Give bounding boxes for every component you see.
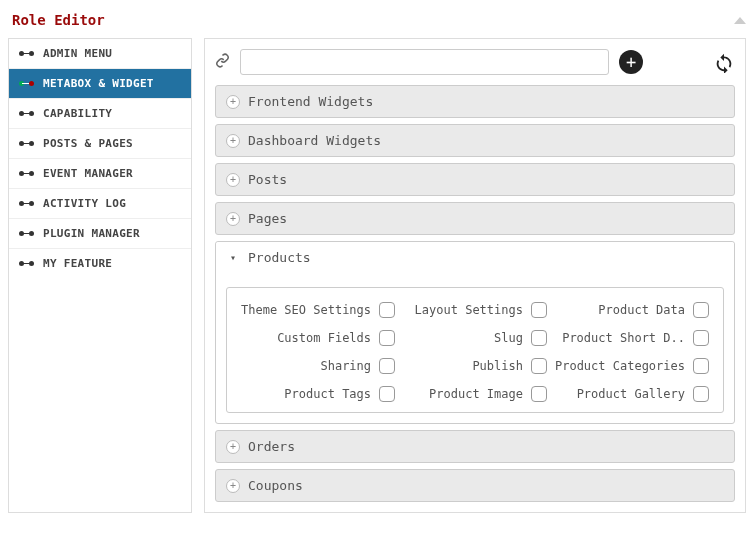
checkbox-theme-seo-settings[interactable] <box>379 302 395 318</box>
link-icon <box>215 53 230 72</box>
caret-down-icon: ▾ <box>226 252 240 263</box>
sidebar-item-label: ACTIVITY LOG <box>43 197 126 210</box>
plus-circle-icon: + <box>226 212 240 226</box>
accordion-label: Products <box>248 250 311 265</box>
checkbox-publish[interactable] <box>531 358 547 374</box>
checkbox-label: Layout Settings <box>403 303 523 317</box>
plus-circle-icon: + <box>226 173 240 187</box>
nav-icon <box>19 48 35 60</box>
accordion-products: ▾ Products Theme SEO Settings Layout Set… <box>215 241 735 424</box>
plus-circle-icon: + <box>226 134 240 148</box>
nav-icon <box>19 258 35 270</box>
sidebar-item-admin-menu[interactable]: ADMIN MENU <box>9 39 191 69</box>
accordion-pages[interactable]: +Pages <box>215 202 735 235</box>
checkbox-product-data[interactable] <box>693 302 709 318</box>
checkbox-label: Product Short D.. <box>555 331 685 345</box>
accordion-products-header[interactable]: ▾ Products <box>216 242 734 273</box>
nav-icon <box>19 198 35 210</box>
plus-circle-icon: + <box>226 95 240 109</box>
accordion-label: Posts <box>248 172 287 187</box>
checkbox-label: Product Tags <box>241 387 371 401</box>
checkbox-product-gallery[interactable] <box>693 386 709 402</box>
nav-icon <box>19 108 35 120</box>
accordion-coupons[interactable]: +Coupons <box>215 469 735 502</box>
sidebar-item-label: PLUGIN MANAGER <box>43 227 140 240</box>
plus-icon: + <box>626 54 636 71</box>
checkbox-label: Product Data <box>555 303 685 317</box>
accordion-frontend-widgets[interactable]: +Frontend Widgets <box>215 85 735 118</box>
sidebar: ADMIN MENU METABOX & WIDGET CAPABILITY P… <box>8 38 192 513</box>
content-pane: + +Frontend Widgets +Dashboard Widgets +… <box>204 38 746 513</box>
collapse-caret-icon <box>734 17 746 24</box>
checkbox-grid: Theme SEO Settings Layout Settings Produ… <box>226 287 724 413</box>
sidebar-item-posts-pages[interactable]: POSTS & PAGES <box>9 129 191 159</box>
accordion-products-body: Theme SEO Settings Layout Settings Produ… <box>216 273 734 423</box>
accordion-orders[interactable]: +Orders <box>215 430 735 463</box>
checkbox-label: Theme SEO Settings <box>241 303 371 317</box>
sidebar-item-label: POSTS & PAGES <box>43 137 133 150</box>
plus-circle-icon: + <box>226 440 240 454</box>
sidebar-item-activity-log[interactable]: ACTIVITY LOG <box>9 189 191 219</box>
nav-icon <box>19 138 35 150</box>
checkbox-label: Slug <box>403 331 523 345</box>
accordion-label: Orders <box>248 439 295 454</box>
accordion: +Frontend Widgets +Dashboard Widgets +Po… <box>215 85 735 502</box>
sidebar-item-label: ADMIN MENU <box>43 47 112 60</box>
accordion-label: Pages <box>248 211 287 226</box>
checkbox-label: Sharing <box>241 359 371 373</box>
page-title: Role Editor <box>12 12 105 28</box>
sidebar-item-event-manager[interactable]: EVENT MANAGER <box>9 159 191 189</box>
refresh-button[interactable] <box>713 51 735 73</box>
checkbox-label: Custom Fields <box>241 331 371 345</box>
checkbox-slug[interactable] <box>531 330 547 346</box>
checkbox-label: Product Image <box>403 387 523 401</box>
sidebar-item-label: CAPABILITY <box>43 107 112 120</box>
accordion-label: Coupons <box>248 478 303 493</box>
sidebar-item-label: METABOX & WIDGET <box>43 77 154 90</box>
checkbox-label: Product Gallery <box>555 387 685 401</box>
checkbox-product-tags[interactable] <box>379 386 395 402</box>
accordion-dashboard-widgets[interactable]: +Dashboard Widgets <box>215 124 735 157</box>
sidebar-item-plugin-manager[interactable]: PLUGIN MANAGER <box>9 219 191 249</box>
checkbox-label: Product Categories <box>555 359 685 373</box>
checkbox-product-image[interactable] <box>531 386 547 402</box>
nav-icon <box>19 78 35 90</box>
nav-icon <box>19 228 35 240</box>
accordion-label: Frontend Widgets <box>248 94 373 109</box>
checkbox-sharing[interactable] <box>379 358 395 374</box>
plus-circle-icon: + <box>226 479 240 493</box>
sidebar-item-label: EVENT MANAGER <box>43 167 133 180</box>
checkbox-layout-settings[interactable] <box>531 302 547 318</box>
sidebar-item-label: MY FEATURE <box>43 257 112 270</box>
checkbox-custom-fields[interactable] <box>379 330 395 346</box>
accordion-label: Dashboard Widgets <box>248 133 381 148</box>
sidebar-item-my-feature[interactable]: MY FEATURE <box>9 249 191 278</box>
checkbox-product-short-desc[interactable] <box>693 330 709 346</box>
url-input[interactable] <box>240 49 609 75</box>
checkbox-product-categories[interactable] <box>693 358 709 374</box>
checkbox-label: Publish <box>403 359 523 373</box>
accordion-posts[interactable]: +Posts <box>215 163 735 196</box>
sidebar-item-metabox-widget[interactable]: METABOX & WIDGET <box>9 69 191 99</box>
sidebar-item-capability[interactable]: CAPABILITY <box>9 99 191 129</box>
nav-icon <box>19 168 35 180</box>
toolbar: + <box>215 49 735 75</box>
add-button[interactable]: + <box>619 50 643 74</box>
panel-header[interactable]: Role Editor <box>8 8 746 32</box>
